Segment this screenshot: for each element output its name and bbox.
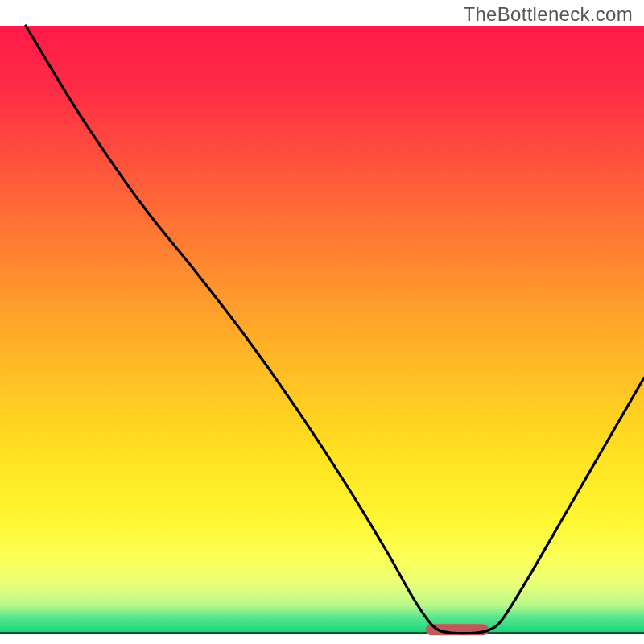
chart-canvas: TheBottleneck.com <box>0 0 644 644</box>
gradient-background <box>0 26 644 633</box>
watermark-text: TheBottleneck.com <box>463 3 633 26</box>
bottleneck-plot <box>0 0 644 644</box>
